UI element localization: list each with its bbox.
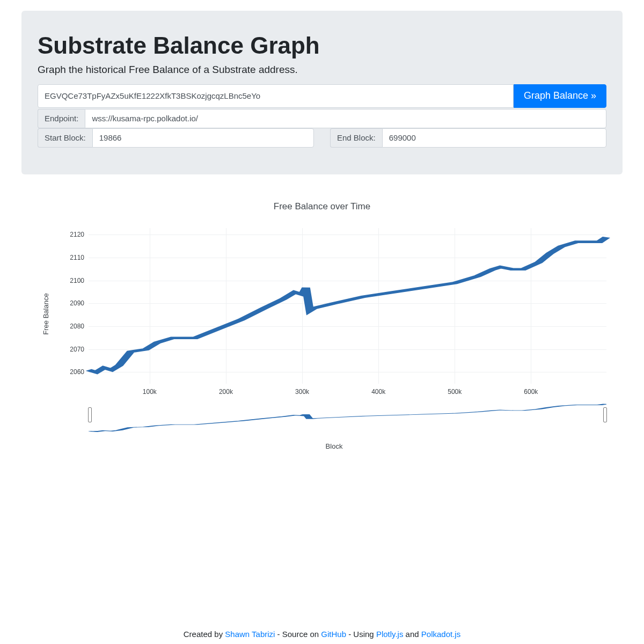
footer-and: and: [403, 630, 421, 639]
chart-line: [89, 228, 606, 384]
range-line: [89, 403, 606, 433]
header-panel: Substrate Balance Graph Graph the histor…: [21, 11, 623, 174]
y-axis-label: Free Balance: [42, 293, 50, 334]
footer-source-link[interactable]: GitHub: [321, 630, 346, 639]
footer-using-pre: - Using: [346, 630, 376, 639]
end-block-label: End Block:: [330, 128, 382, 148]
chart-title: Free Balance over Time: [38, 201, 606, 212]
start-block-input[interactable]: [92, 128, 314, 148]
footer-lib1-link[interactable]: Plotly.js: [376, 630, 404, 639]
end-block-input[interactable]: [382, 128, 606, 148]
graph-balance-button[interactable]: Graph Balance »: [514, 84, 606, 108]
address-row: Graph Balance »: [38, 84, 606, 108]
footer-lib2-link[interactable]: Polkadot.js: [421, 630, 460, 639]
footer-author-link[interactable]: Shawn Tabrizi: [225, 630, 275, 639]
chart-plot-area[interactable]: Free Balance 100k200k300k400k500k600k 20…: [62, 228, 606, 400]
footer: Created by Shawn Tabrizi - Source on Git…: [0, 630, 644, 639]
address-input[interactable]: [38, 84, 514, 108]
footer-source-pre: - Source on: [275, 630, 321, 639]
start-block-label: Start Block:: [38, 128, 92, 148]
x-axis-label: Block: [62, 442, 606, 450]
range-slider[interactable]: [89, 403, 606, 433]
chart-container: Free Balance over Time Free Balance 100k…: [38, 201, 606, 450]
page-subtitle: Graph the historical Free Balance of a S…: [38, 64, 606, 76]
block-range-row: Start Block: End Block:: [38, 128, 606, 148]
range-handle-left[interactable]: [88, 407, 92, 422]
endpoint-label: Endpoint:: [38, 109, 85, 128]
page-title: Substrate Balance Graph: [38, 32, 606, 60]
endpoint-input[interactable]: [85, 109, 606, 128]
endpoint-row: Endpoint:: [38, 109, 606, 128]
range-handle-right[interactable]: [603, 407, 607, 422]
footer-created-by-pre: Created by: [184, 630, 225, 639]
